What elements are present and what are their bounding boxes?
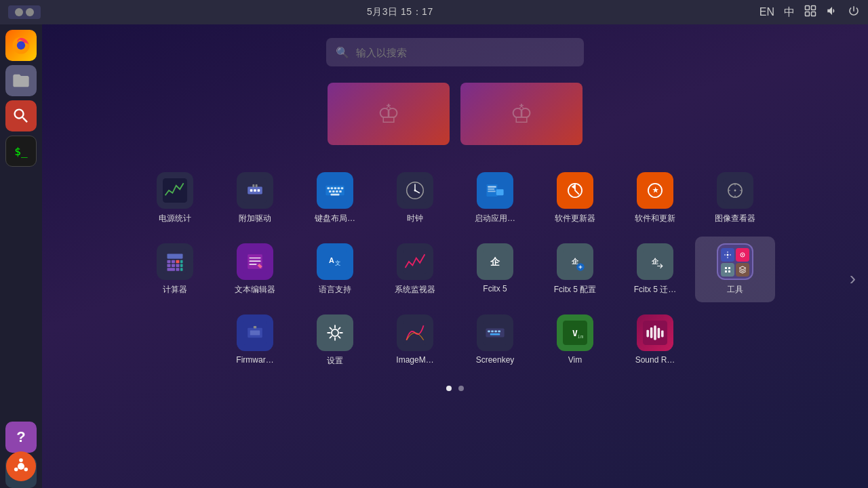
featured-banners: ♔ ♔ [328,83,583,145]
app-item-image-viewer[interactable]: 图像查看器 [695,165,775,231]
app-label-firmware-addon: 附加驱动 [239,213,271,224]
app-item-clock[interactable]: 时钟 [375,165,455,231]
app-item-firmware-addon[interactable]: 附加驱动 [215,165,295,231]
svg-rect-98 [486,329,504,338]
text-editor-icon [237,243,273,280]
app-label-clock: 时钟 [407,213,423,224]
fcitx5-config-icon: 企 [557,243,593,280]
svg-point-85 [742,254,743,256]
svg-rect-63 [180,264,183,267]
dock-item-files[interactable] [5,65,37,96]
banner-1-crown: ♔ [377,99,400,129]
svg-rect-22 [331,187,334,189]
svg-rect-18 [256,184,258,187]
settings-icon [317,314,353,351]
svg-rect-66 [180,268,183,270]
app-item-language-support[interactable]: A 文 语言支持 [295,237,375,302]
svg-rect-60 [167,264,170,267]
startup-apps-icon [477,172,513,209]
app-item-settings[interactable]: 设置 [295,308,375,373]
svg-rect-26 [329,190,332,192]
svg-rect-59 [180,260,183,263]
app-item-text-editor[interactable]: 文本编辑器 [215,237,295,302]
app-label-keyboard-layout: 键盘布局… [315,213,355,224]
network-icon[interactable] [804,5,816,20]
search-icon: 🔍 [336,46,349,59]
svg-rect-15 [254,189,256,192]
app-row-2: 计算器 文本编辑器 [135,237,775,302]
app-item-sound-recorder[interactable]: Sound R… [615,308,695,371]
app-label-software-update2: 软件和更新 [635,213,675,224]
dock-item-help[interactable]: ? [5,422,37,453]
svg-rect-61 [172,264,175,267]
sound-icon[interactable] [826,5,838,20]
app-item-imagemagick[interactable]: ImageM… [375,308,455,371]
app-label-fcitx5-config: Fcitx 5 配置 [554,284,597,296]
next-page-chevron[interactable]: › [844,262,861,295]
page-dot-2[interactable] [458,386,464,391]
power-icon[interactable] [848,5,860,20]
svg-rect-108 [646,330,649,338]
svg-rect-14 [250,189,253,192]
lang-cn-icon[interactable]: 中 [784,5,795,20]
app-item-startup-apps[interactable]: 启动应用… [455,165,535,231]
tools-folder-icon [717,243,753,280]
dock-item-ubuntu[interactable] [6,451,36,481]
app-item-firmware[interactable]: Firmwar… [215,308,295,371]
svg-text:im: im [578,333,584,340]
svg-rect-27 [332,190,335,192]
dock-item-terminal[interactable]: $_ [5,136,37,167]
svg-point-49 [734,190,736,192]
firmware-icon [237,314,273,351]
software-update2-icon: ★ [637,172,673,209]
app-item-screenkey[interactable]: Screenkey [455,308,535,371]
app-item-software-update2[interactable]: ★ 软件和更新 [615,165,695,231]
svg-rect-30 [331,194,340,196]
app-label-language-support: 语言支持 [319,284,351,296]
app-item-keyboard-layout[interactable]: 键盘布局… [295,165,375,231]
firmware-addon-icon [237,172,273,209]
dock-item-software-center[interactable] [5,100,37,131]
app-label-sound-recorder: Sound R… [635,355,675,365]
svg-rect-110 [654,325,656,340]
svg-rect-99 [488,330,490,332]
svg-rect-29 [339,190,342,192]
svg-point-10 [14,468,18,472]
vim-icon: V im [557,314,593,351]
clock-icon [397,172,433,209]
app-item-fcitx5-migrate[interactable]: 企 Fcitx 5 迁… [615,237,695,302]
search-input[interactable] [356,47,574,58]
main-content: 🔍 ♔ ♔ 电源统计 [42,24,868,488]
svg-rect-3 [812,12,816,16]
keyboard-layout-icon [317,172,353,209]
page-dot-1[interactable] [446,386,452,391]
svg-rect-2 [806,12,810,16]
window-controls[interactable] [8,5,41,19]
lang-en-icon[interactable]: EN [760,6,774,18]
app-item-calculator[interactable]: 计算器 [135,237,215,302]
banner-1[interactable]: ♔ [328,83,450,145]
svg-rect-93 [254,326,256,329]
dock-item-firefox[interactable] [5,30,37,61]
app-label-firmware: Firmwar… [236,355,273,365]
app-item-fcitx5-config[interactable]: 企 Fcitx 5 配置 [535,237,615,302]
svg-rect-100 [491,330,494,332]
app-item-power-stats[interactable]: 电源统计 [135,165,215,231]
app-item-fcitx5[interactable]: 企 Fcitx 5 [455,237,535,300]
banner-2[interactable]: ♔ [460,83,583,145]
app-item-system-monitor[interactable]: 系统监视器 [375,237,455,302]
svg-rect-11 [163,178,187,203]
search-bar[interactable]: 🔍 [326,38,584,66]
system-monitor-icon [397,243,433,280]
app-item-vim[interactable]: V im Vim [535,308,615,371]
app-item-software-updater[interactable]: 软件更新器 [535,165,615,231]
svg-rect-112 [661,330,664,337]
language-support-icon: A 文 [317,243,353,280]
app-item-tools-folder[interactable]: 工具 [695,237,775,302]
svg-text:★: ★ [652,186,659,194]
power-stats-icon [157,172,193,209]
svg-rect-89 [728,270,730,272]
svg-rect-23 [334,187,337,189]
svg-rect-92 [250,330,260,335]
dock: $_ ? [0,24,42,488]
